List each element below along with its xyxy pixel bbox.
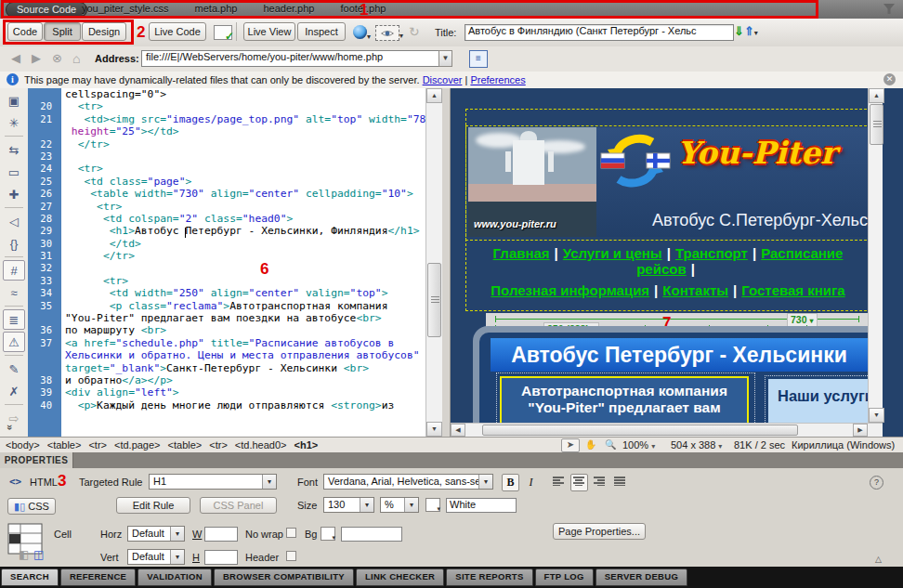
collapse-selection-icon[interactable]: ▭	[3, 162, 25, 182]
code-line[interactable]: 32	[28, 262, 425, 274]
results-tab-reference[interactable]: REFERENCE	[60, 568, 136, 586]
page-heading[interactable]: Автобус Петербург - Хельсинки	[491, 338, 868, 372]
nav-link[interactable]: Услуги и цены	[563, 245, 662, 261]
bg-color-swatch[interactable]	[321, 527, 335, 541]
code-line[interactable]: 35 <p class="reclama">Автотранспортная к…	[28, 300, 425, 312]
related-file-tab[interactable]: header.php	[263, 3, 314, 14]
tag-selector-item[interactable]: <table>	[168, 439, 203, 451]
align-right-icon[interactable]	[591, 474, 609, 491]
live-view-options-icon[interactable]: ≡	[469, 50, 488, 68]
horz-dropdown[interactable]: Default	[127, 526, 185, 542]
no-wrap-checkbox[interactable]	[286, 528, 296, 538]
scroll-down-icon[interactable]: ▼	[426, 422, 442, 437]
results-tab-link-checker[interactable]: LINK CHECKER	[356, 568, 444, 586]
scroll-down-icon[interactable]: ▼	[869, 408, 884, 423]
select-parent-tag-icon[interactable]: ◁	[3, 211, 25, 231]
code-line[interactable]: 23	[28, 150, 425, 163]
size-dropdown[interactable]: 130	[323, 497, 374, 513]
size-unit-dropdown[interactable]: %	[380, 497, 419, 513]
back-icon[interactable]: ◀	[11, 51, 20, 65]
bg-value-input[interactable]	[341, 527, 402, 542]
tag-selector-item[interactable]: <table>	[47, 439, 82, 451]
code-line[interactable]: height="25"></td>	[28, 125, 425, 137]
results-tab-browser-compatibility[interactable]: BROWSER COMPATIBILITY	[214, 568, 354, 586]
code-line[interactable]: target="_blank">Санкт-Петербург - Хельси…	[28, 362, 425, 374]
scroll-up-icon[interactable]: ▲	[426, 88, 442, 103]
inspect-button[interactable]: Inspect	[297, 22, 346, 41]
vert-dropdown[interactable]: Default	[127, 549, 185, 565]
stop-icon[interactable]: ⊗	[52, 51, 62, 65]
close-infobar-icon[interactable]: ✕	[883, 73, 896, 85]
file-management-get-put-icon[interactable]: ⇓⇑▾	[734, 24, 758, 38]
help-icon[interactable]: ?	[870, 476, 883, 490]
preview-in-browser-icon[interactable]: ▾	[353, 25, 371, 41]
code-line[interactable]: 20 <tr>	[28, 100, 425, 112]
code-view[interactable]: cellspacing="0">20 <tr>21 <td><img src="…	[28, 88, 425, 437]
code-line[interactable]: 36по маршруту <br>	[28, 324, 425, 336]
live-view-button[interactable]: Live View	[243, 22, 295, 41]
code-line[interactable]: 38и обратно</a></p>	[28, 374, 425, 386]
split-cell-icon[interactable]: ◫	[33, 548, 44, 561]
scroll-left-icon[interactable]: ◀	[451, 424, 465, 437]
show-more-icon[interactable]: »	[5, 425, 16, 430]
window-size-dropdown[interactable]: 504 x 388	[669, 438, 724, 451]
services-cell[interactable]: Наши услуги	[768, 379, 868, 425]
nav-link[interactable]: Контакты	[662, 282, 728, 298]
balance-braces-icon[interactable]: {}	[3, 233, 25, 254]
address-dropdown-icon[interactable]: ▼	[438, 50, 452, 67]
code-line[interactable]: 22 </tr>	[28, 138, 425, 150]
code-line[interactable]: Хельсинки и обратно. Цены и места отправ…	[28, 349, 425, 361]
hand-tool-icon[interactable]: ✋	[582, 439, 599, 451]
forward-icon[interactable]: ▶	[32, 51, 41, 65]
code-line[interactable]: cellspacing="0">	[28, 88, 425, 100]
expand-all-icon[interactable]: ✚	[3, 184, 25, 204]
discover-link[interactable]: Discover	[423, 74, 463, 85]
wrap-tag-icon[interactable]: ✗	[3, 381, 25, 401]
split-view-button[interactable]: Split	[44, 22, 81, 41]
bold-button[interactable]: B	[502, 474, 519, 491]
tag-selector-item[interactable]: <body>	[6, 439, 40, 451]
code-line[interactable]: 24 <tr>	[28, 163, 425, 175]
live-code-button[interactable]: Live Code	[149, 22, 206, 41]
results-tab-site-reports[interactable]: SITE REPORTS	[446, 568, 532, 586]
magnification-dropdown[interactable]: 100%	[621, 438, 657, 451]
nav-link[interactable]: Главная	[493, 245, 550, 261]
code-line[interactable]: 39<div align="left">	[28, 386, 425, 399]
html-mode-button[interactable]: HTML	[30, 477, 58, 488]
highlight-invalid-code-icon[interactable]: ≈	[3, 282, 25, 303]
merge-cells-icon[interactable]: ◧	[19, 548, 29, 561]
code-line[interactable]: 26 <table width="730" align="center" cel…	[28, 188, 425, 200]
collapse-full-tag-icon[interactable]: ⇆	[3, 139, 25, 160]
check-browser-compatibility-icon[interactable]: ✓	[214, 25, 232, 40]
code-line[interactable]: 33 <tr>	[28, 275, 425, 287]
code-line[interactable]: 30 </td>	[28, 238, 425, 250]
visual-aids-eye-icon[interactable]: ▾	[375, 25, 403, 41]
nav-link[interactable]: Гостевая книга	[741, 282, 844, 298]
justify-icon[interactable]	[611, 474, 629, 491]
height-input[interactable]	[204, 550, 238, 565]
refresh-design-view-icon[interactable]: ↻	[409, 24, 420, 39]
align-left-icon[interactable]	[550, 474, 568, 491]
page-properties-button[interactable]: Page Properties...	[553, 523, 646, 540]
scroll-up-icon[interactable]: ▲	[869, 88, 884, 103]
targeted-rule-dropdown[interactable]: H1	[149, 474, 277, 490]
source-code-tab[interactable]: Source Code	[6, 2, 87, 18]
nav-link[interactable]: Полезная информация	[491, 282, 649, 298]
code-line[interactable]: 40 <p>Каждый день многие люди отправляют…	[28, 399, 425, 412]
split-view-divider[interactable]	[442, 88, 451, 437]
code-line[interactable]: 29 <h1>Автобус Петербург - Хельсинки, Фи…	[28, 225, 425, 237]
css-panel-button[interactable]: CSS Panel	[200, 497, 277, 514]
related-file-tab[interactable]: footer.php	[340, 3, 386, 14]
code-view-scrollbar[interactable]: ▲ ▼	[425, 88, 442, 437]
code-line[interactable]: 28 <td colspan="2" class="head0">	[28, 213, 425, 225]
document-title-input[interactable]: Автобус в Финляндию (Санкт Петербург - Х…	[465, 24, 734, 41]
home-icon[interactable]: ⌂	[72, 51, 80, 66]
site-banner[interactable]: www.you-piter.ru You-Piter Автобус С	[468, 127, 868, 237]
scroll-right-icon[interactable]: ▶	[853, 424, 868, 437]
code-line[interactable]: 27 <tr>	[28, 201, 425, 213]
design-horizontal-scrollbar[interactable]: ◀ ▶	[451, 423, 883, 437]
design-view[interactable]: www.you-piter.ru You-Piter Автобус С	[451, 88, 903, 437]
filter-related-files-icon[interactable]	[883, 3, 896, 15]
code-line[interactable]: 34 <td width="250" align="center" valign…	[28, 287, 425, 299]
open-documents-icon[interactable]: ▣	[3, 90, 25, 111]
